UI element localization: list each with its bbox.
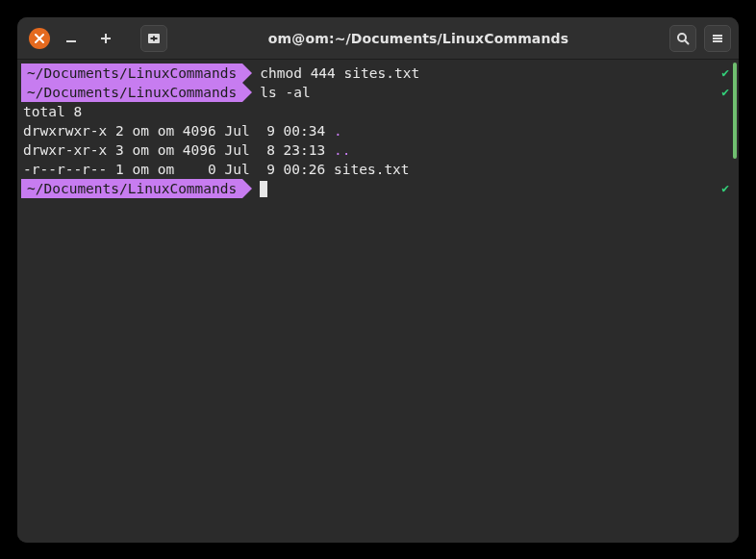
- plus-icon: [98, 31, 113, 46]
- new-tab-icon: [146, 31, 162, 46]
- output-line: drwxr-xr-x 3 om om 4096 Jul 8 23:13 ..: [21, 140, 739, 160]
- search-icon: [675, 31, 691, 46]
- svg-rect-10: [713, 40, 722, 42]
- svg-rect-9: [713, 38, 722, 39]
- titlebar: om@om:~/Documents/LinuxCommands: [17, 17, 739, 60]
- minimize-icon: [63, 31, 79, 46]
- dir-name: .: [334, 121, 342, 140]
- terminal-body[interactable]: ~/Documents/LinuxCommands chmod 444 site…: [17, 60, 739, 543]
- svg-rect-2: [101, 38, 111, 39]
- success-check-icon: ✔: [721, 64, 729, 83]
- output-line: drwxrwxr-x 2 om om 4096 Jul 9 00:34 .: [21, 121, 739, 140]
- search-button[interactable]: [669, 25, 696, 52]
- output-line: total 8: [21, 102, 739, 121]
- cursor: [260, 181, 267, 197]
- menu-button[interactable]: [704, 25, 731, 52]
- prompt-path: ~/Documents/LinuxCommands: [21, 83, 242, 102]
- dir-name: ..: [334, 140, 350, 160]
- hamburger-icon: [710, 31, 725, 46]
- command-text: chmod 444 sites.txt: [260, 64, 419, 83]
- command-line: ~/Documents/LinuxCommands chmod 444 site…: [21, 64, 739, 83]
- prompt-path: ~/Documents/LinuxCommands: [21, 64, 242, 83]
- window-title: om@om:~/Documents/LinuxCommands: [175, 31, 662, 46]
- close-button[interactable]: [29, 28, 50, 49]
- command-line-active: ~/Documents/LinuxCommands ✔: [21, 179, 739, 198]
- svg-rect-0: [66, 40, 76, 42]
- new-tab-button[interactable]: [140, 25, 167, 52]
- minimize-button[interactable]: [58, 25, 85, 52]
- success-check-icon: ✔: [721, 179, 729, 198]
- svg-rect-8: [713, 35, 722, 37]
- command-line: ~/Documents/LinuxCommands ls -al ✔: [21, 83, 739, 102]
- svg-line-7: [685, 40, 689, 44]
- maximize-button[interactable]: [92, 25, 119, 52]
- svg-rect-5: [151, 38, 158, 39]
- success-check-icon: ✔: [721, 83, 729, 102]
- terminal-window: om@om:~/Documents/LinuxCommands ~/Docume…: [17, 17, 739, 543]
- file-meta: drwxr-xr-x 3 om om 4096 Jul 8 23:13: [23, 140, 334, 160]
- file-meta: drwxrwxr-x 2 om om 4096 Jul 9 00:34: [23, 121, 334, 140]
- prompt-path: ~/Documents/LinuxCommands: [21, 179, 242, 198]
- close-icon: [32, 31, 47, 46]
- command-text: ls -al: [260, 83, 310, 102]
- output-line: -r--r--r-- 1 om om 0 Jul 9 00:26 sites.t…: [21, 160, 739, 179]
